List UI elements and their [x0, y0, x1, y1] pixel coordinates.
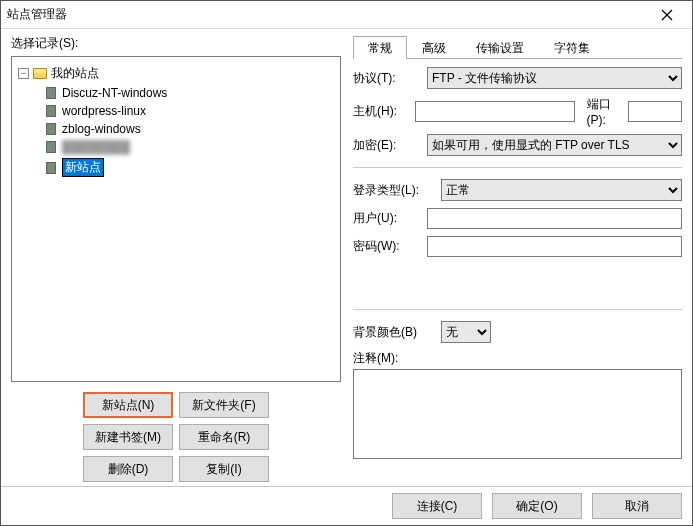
password-label: 密码(W):	[353, 238, 421, 255]
tree-item-label: Discuz-NT-windows	[62, 86, 167, 100]
new-site-button[interactable]: 新站点(N)	[83, 392, 173, 418]
logon-type-label: 登录类型(L):	[353, 182, 435, 199]
tree-item[interactable]: Discuz-NT-windows	[12, 84, 340, 102]
cancel-button[interactable]: 取消	[592, 493, 682, 519]
site-manager-window: 站点管理器 选择记录(S): − 我的站点 Discuz-NT-windows	[0, 0, 693, 526]
site-icon	[46, 123, 56, 135]
tree-item-editing[interactable]: 新站点	[12, 156, 340, 179]
site-icon	[46, 87, 56, 99]
protocol-select[interactable]: FTP - 文件传输协议	[427, 67, 682, 89]
encryption-select[interactable]: 如果可用，使用显式的 FTP over TLS	[427, 134, 682, 156]
tree-root-label: 我的站点	[51, 65, 99, 82]
close-icon	[661, 9, 673, 21]
tab-charset[interactable]: 字符集	[539, 36, 605, 59]
tab-general[interactable]: 常规	[353, 36, 407, 59]
tab-advanced[interactable]: 高级	[407, 36, 461, 59]
tree-buttons: 新站点(N) 新文件夹(F) 新建书签(M) 重命名(R) 删除(D) 复制(I…	[11, 392, 341, 482]
tree-item[interactable]: ████████	[12, 138, 340, 156]
select-entry-label: 选择记录(S):	[11, 35, 341, 52]
tree-item-label[interactable]: 新站点	[62, 158, 104, 177]
port-input[interactable]	[628, 101, 682, 122]
user-input[interactable]	[427, 208, 682, 229]
bgcolor-select[interactable]: 无	[441, 321, 491, 343]
tree-root[interactable]: − 我的站点	[12, 63, 340, 84]
footer: 连接(C) 确定(O) 取消	[1, 486, 692, 525]
user-label: 用户(U):	[353, 210, 421, 227]
site-tree[interactable]: − 我的站点 Discuz-NT-windows wordpress-linux…	[11, 56, 341, 382]
site-icon	[46, 162, 56, 174]
collapse-icon[interactable]: −	[18, 68, 29, 79]
encryption-label: 加密(E):	[353, 137, 421, 154]
new-bookmark-button[interactable]: 新建书签(M)	[83, 424, 173, 450]
tree-item-label: ████████	[62, 140, 130, 154]
tree-item[interactable]: wordpress-linux	[12, 102, 340, 120]
close-button[interactable]	[648, 3, 686, 27]
site-icon	[46, 105, 56, 117]
separator	[353, 167, 682, 168]
window-title: 站点管理器	[7, 6, 648, 23]
protocol-label: 协议(T):	[353, 70, 421, 87]
copy-button[interactable]: 复制(I)	[179, 456, 269, 482]
titlebar: 站点管理器	[1, 1, 692, 29]
tree-item-label: wordpress-linux	[62, 104, 146, 118]
host-label: 主机(H):	[353, 103, 409, 120]
general-form: 协议(T): FTP - 文件传输协议 主机(H): 端口(P): 加密(E):…	[353, 59, 682, 462]
tab-transfer[interactable]: 传输设置	[461, 36, 539, 59]
logon-type-select[interactable]: 正常	[441, 179, 682, 201]
bgcolor-label: 背景颜色(B)	[353, 324, 435, 341]
separator	[353, 309, 682, 310]
right-panel: 常规 高级 传输设置 字符集 协议(T): FTP - 文件传输协议 主机(H)…	[353, 35, 682, 482]
comment-label: 注释(M):	[353, 350, 682, 367]
folder-icon	[33, 68, 47, 79]
tree-item[interactable]: zblog-windows	[12, 120, 340, 138]
rename-button[interactable]: 重命名(R)	[179, 424, 269, 450]
host-input[interactable]	[415, 101, 575, 122]
port-label: 端口(P):	[587, 96, 622, 127]
spacer	[353, 264, 682, 298]
dialog-body: 选择记录(S): − 我的站点 Discuz-NT-windows wordpr…	[1, 29, 692, 486]
connect-button[interactable]: 连接(C)	[392, 493, 482, 519]
password-input[interactable]	[427, 236, 682, 257]
tree-item-label: zblog-windows	[62, 122, 141, 136]
delete-button[interactable]: 删除(D)	[83, 456, 173, 482]
site-icon	[46, 141, 56, 153]
tabs: 常规 高级 传输设置 字符集	[353, 35, 682, 59]
left-panel: 选择记录(S): − 我的站点 Discuz-NT-windows wordpr…	[11, 35, 341, 482]
new-folder-button[interactable]: 新文件夹(F)	[179, 392, 269, 418]
comment-textarea[interactable]	[353, 369, 682, 459]
ok-button[interactable]: 确定(O)	[492, 493, 582, 519]
